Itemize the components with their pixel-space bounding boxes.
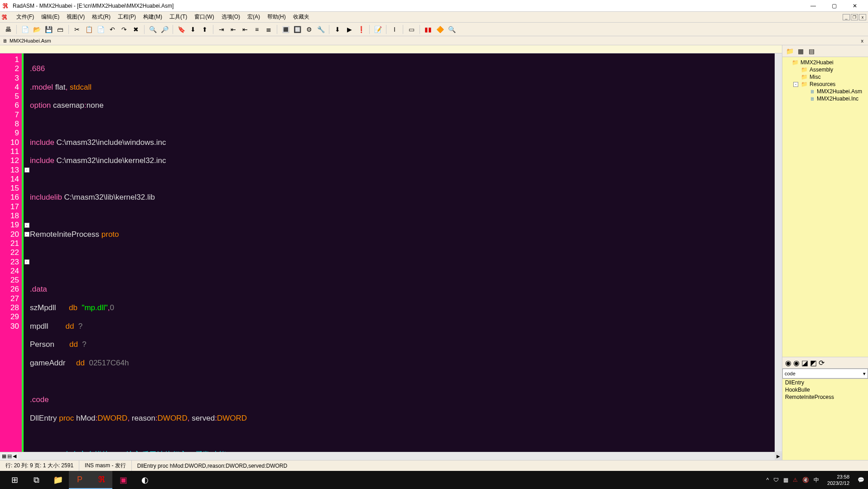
tree-folder[interactable]: 📁Misc [782, 73, 868, 81]
menu-macro[interactable]: 宏(A) [244, 12, 264, 22]
list-item[interactable]: HookBulle [782, 386, 868, 393]
menu-edit[interactable]: 编辑(E) [38, 12, 63, 22]
notifications-icon[interactable]: 💬 [858, 477, 864, 483]
align-icon[interactable]: ≡ [251, 24, 262, 35]
save-all-icon[interactable]: 🗃 [55, 24, 66, 35]
print-icon[interactable]: 🖶 [3, 24, 14, 35]
app-icon[interactable]: ◐ [134, 471, 156, 489]
delete-icon[interactable]: ✖ [130, 24, 141, 35]
scroll-track[interactable] [18, 453, 775, 460]
open-icon[interactable]: 📂 [31, 24, 42, 35]
project-tree[interactable]: 📁MMX2Huabei 📁Assembly 📁Misc -📁Resources … [782, 57, 868, 357]
bookmark-icon[interactable]: 🔖 [176, 24, 187, 35]
task-view-button[interactable]: ⧉ [25, 471, 47, 489]
minimize-button[interactable]: — [803, 0, 824, 12]
horizontal-scrollbar[interactable]: ▦ ▤ ◀ ▶ [0, 452, 782, 460]
toggle2-icon[interactable]: 🔲 [292, 24, 303, 35]
fold-toggle[interactable]: - [24, 168, 29, 173]
build-icon[interactable]: ⬇ [332, 24, 343, 35]
nav4-icon[interactable]: ◩ [810, 359, 817, 367]
menu-build[interactable]: 构建(M) [140, 12, 166, 22]
color2-icon[interactable]: 🔶 [434, 24, 445, 35]
color1-icon[interactable]: ▮▮ [423, 24, 434, 35]
menu-file[interactable]: 文件(F) [13, 12, 38, 22]
nav2-icon[interactable]: ◉ [793, 359, 800, 367]
tray-ime-icon[interactable]: 中 [814, 476, 819, 484]
tree-folder[interactable]: 📁Assembly [782, 66, 868, 73]
stop-icon[interactable]: ❗ [356, 24, 366, 35]
toggle1-icon[interactable]: 🔳 [280, 24, 291, 35]
radasm-icon[interactable]: ℜ [91, 471, 112, 489]
text-icon[interactable]: I [389, 24, 400, 35]
menu-options[interactable]: 选项(O) [218, 12, 244, 22]
cut-icon[interactable]: ✂ [72, 24, 82, 35]
code-editor[interactable]: 1234567891011121314151617181920212223242… [0, 53, 782, 452]
powerpoint-icon[interactable]: P [69, 471, 91, 489]
find-next-icon[interactable]: 🔎 [159, 24, 170, 35]
tree-root[interactable]: 📁MMX2Huabei [782, 59, 868, 66]
tray-chevron-icon[interactable]: ^ [766, 477, 769, 483]
menu-favorites[interactable]: 收藏夹 [289, 12, 313, 22]
tray-shield-icon[interactable]: 🛡 [773, 477, 779, 483]
fold-column[interactable]: - - - - [22, 53, 30, 452]
zoom-icon[interactable]: 🔍 [446, 24, 457, 35]
redo-icon[interactable]: ↷ [119, 24, 130, 35]
menu-window[interactable]: 窗口(W) [191, 12, 217, 22]
menu-tools[interactable]: 工具(T) [166, 12, 191, 22]
toggle3-icon[interactable]: ⚙ [304, 24, 314, 35]
close-button[interactable]: ✕ [844, 0, 865, 12]
save-icon[interactable]: 💾 [43, 24, 54, 35]
mdi-restore-button[interactable]: ❐ [851, 14, 858, 20]
outdent2-icon[interactable]: ⇤ [240, 24, 251, 35]
start-button[interactable]: ⊞ [4, 471, 25, 489]
nav1-icon[interactable]: ◉ [785, 359, 791, 367]
tree-folder[interactable]: -📁Resources [782, 81, 868, 88]
doc-icon[interactable]: 📝 [372, 24, 383, 35]
tree-file[interactable]: 🗎MMX2Huabei.Inc [782, 95, 868, 102]
view-icon[interactable]: ▤ [7, 453, 12, 459]
window-icon[interactable]: ▭ [406, 24, 417, 35]
align2-icon[interactable]: ≣ [263, 24, 274, 35]
vertical-scrollbar[interactable] [775, 53, 782, 452]
paste-icon[interactable]: 📄 [95, 24, 106, 35]
fold-toggle[interactable]: - [24, 259, 29, 264]
clock[interactable]: 23:58 2023/2/12 [824, 474, 853, 486]
new-icon[interactable]: 📄 [19, 24, 30, 35]
bookmark-next-icon[interactable]: ⬇ [188, 24, 198, 35]
find-icon[interactable]: 🔍 [147, 24, 158, 35]
code-content[interactable]: .686 .model flat, stdcall option casemap… [30, 53, 782, 452]
menu-view[interactable]: 视图(V) [63, 12, 88, 22]
bookmark-prev-icon[interactable]: ⬆ [199, 24, 210, 35]
list-item[interactable]: DllEntry [782, 379, 868, 386]
menu-help[interactable]: 帮助(H) [264, 12, 289, 22]
fold-toggle[interactable]: - [24, 223, 29, 228]
file-explorer-icon[interactable]: 📁 [47, 471, 69, 489]
scroll-right-button[interactable]: ▶ [775, 453, 782, 460]
tray-network-icon[interactable]: ⚠ [793, 477, 798, 483]
undo-icon[interactable]: ↶ [107, 24, 118, 35]
arrow-left-icon[interactable]: ◀ [13, 453, 16, 459]
copy-icon[interactable]: 📋 [83, 24, 94, 35]
toggle4-icon[interactable]: 🔧 [315, 24, 326, 35]
mdi-close-button[interactable]: x [859, 14, 866, 20]
tray-icon[interactable]: ▦ [783, 477, 788, 483]
scope-combo[interactable]: code ▾ [782, 369, 868, 379]
maximize-button[interactable]: ▢ [824, 0, 844, 12]
symbol-list[interactable]: DllEntry HookBulle RemoteIniteProcess [782, 379, 868, 460]
app-icon[interactable]: ▣ [112, 471, 134, 489]
tray-volume-icon[interactable]: 🔇 [802, 477, 809, 483]
run-icon[interactable]: ▶ [344, 24, 355, 35]
view-icon[interactable]: ▦ [2, 453, 6, 459]
view2-icon[interactable]: ▤ [807, 47, 816, 56]
outdent-icon[interactable]: ⇤ [228, 24, 239, 35]
mdi-minimize-button[interactable]: _ [843, 14, 850, 20]
list-item[interactable]: RemoteIniteProcess [782, 393, 868, 401]
folder-icon[interactable]: 📁 [785, 47, 794, 56]
nav3-icon[interactable]: ◪ [801, 359, 808, 367]
document-tab[interactable]: 🗎 MMX2Huabei.Asm [3, 38, 51, 43]
fold-toggle[interactable]: - [24, 232, 29, 237]
tree-file[interactable]: 🗎MMX2Huabei.Asm [782, 88, 868, 95]
view1-icon[interactable]: ▦ [796, 47, 805, 56]
tab-close-button[interactable]: x [859, 38, 866, 43]
menu-format[interactable]: 格式(R) [88, 12, 114, 22]
